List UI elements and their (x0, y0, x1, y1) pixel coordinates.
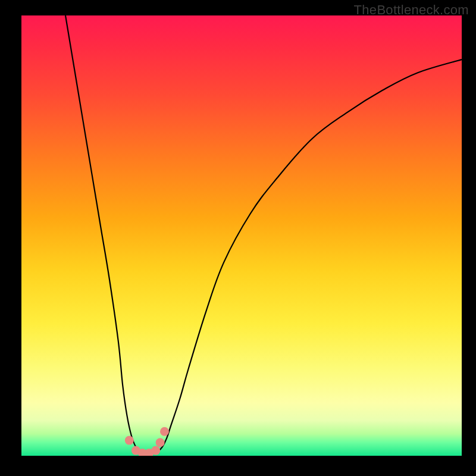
marker-dot (151, 446, 160, 455)
curve-left (65, 15, 145, 453)
marker-dot (156, 438, 165, 447)
curve-layer (21, 15, 462, 456)
plot-area (21, 15, 462, 456)
marker-dot (125, 436, 134, 445)
chart-frame: TheBottleneck.com (0, 0, 476, 476)
marker-dot (145, 449, 154, 456)
attribution-text: TheBottleneck.com (354, 2, 469, 18)
marker-dot (160, 427, 169, 436)
bottom-markers (125, 427, 169, 456)
marker-dot (131, 446, 140, 455)
marker-dot (138, 449, 147, 456)
curve-right (154, 60, 462, 453)
